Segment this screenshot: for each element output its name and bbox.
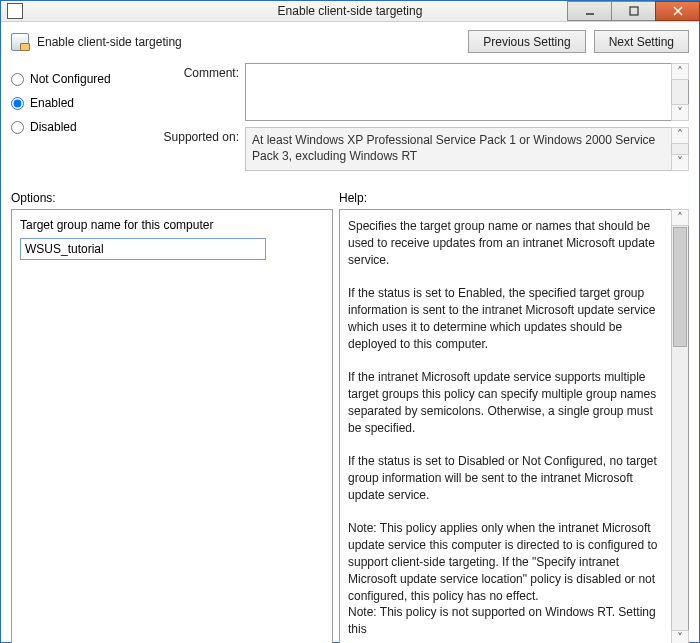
maximize-icon bbox=[629, 6, 639, 16]
radio-not-configured-input[interactable] bbox=[11, 73, 24, 86]
comment-textarea[interactable]: ˄ ˅ bbox=[245, 63, 689, 121]
options-pane: Target group name for this computer bbox=[11, 209, 333, 643]
minimize-icon bbox=[585, 6, 595, 16]
scroll-up-icon[interactable]: ˄ bbox=[671, 63, 689, 80]
next-setting-button[interactable]: Next Setting bbox=[594, 30, 689, 53]
target-group-input[interactable] bbox=[20, 238, 266, 260]
scrollbar-thumb[interactable] bbox=[673, 227, 687, 347]
maximize-button[interactable] bbox=[611, 1, 656, 21]
scroll-up-icon[interactable]: ˄ bbox=[671, 209, 689, 226]
state-radio-group: Not Configured Enabled Disabled bbox=[11, 63, 151, 171]
window-controls bbox=[567, 1, 699, 21]
previous-setting-button[interactable]: Previous Setting bbox=[468, 30, 585, 53]
radio-not-configured[interactable]: Not Configured bbox=[11, 67, 151, 91]
titlebar[interactable]: Enable client-side targeting bbox=[1, 1, 699, 22]
dialog-window: Enable client-side targeting Enable clie… bbox=[0, 0, 700, 643]
radio-disabled-input[interactable] bbox=[11, 121, 24, 134]
target-group-label: Target group name for this computer bbox=[20, 218, 324, 232]
supported-label: Supported on: bbox=[151, 127, 239, 144]
radio-label: Enabled bbox=[30, 96, 74, 110]
policy-title: Enable client-side targeting bbox=[37, 35, 182, 49]
help-scrollbar[interactable]: ˄ ˅ bbox=[671, 210, 688, 643]
radio-enabled-input[interactable] bbox=[11, 97, 24, 110]
scroll-down-icon[interactable]: ˅ bbox=[671, 154, 689, 171]
scroll-down-icon[interactable]: ˅ bbox=[671, 630, 689, 643]
radio-enabled[interactable]: Enabled bbox=[11, 91, 151, 115]
close-icon bbox=[673, 6, 683, 16]
svg-rect-1 bbox=[630, 7, 638, 15]
scroll-down-icon[interactable]: ˅ bbox=[671, 104, 689, 121]
comment-scrollbar[interactable]: ˄ ˅ bbox=[671, 64, 688, 120]
close-button[interactable] bbox=[655, 1, 700, 21]
comment-label: Comment: bbox=[151, 63, 239, 80]
policy-icon bbox=[11, 33, 29, 51]
scroll-up-icon[interactable]: ˄ bbox=[671, 127, 689, 144]
help-pane: Specifies the target group name or names… bbox=[339, 209, 689, 643]
supported-scrollbar[interactable]: ˄ ˅ bbox=[671, 128, 688, 170]
radio-disabled[interactable]: Disabled bbox=[11, 115, 151, 139]
help-text: Specifies the target group name or names… bbox=[348, 218, 666, 638]
app-icon bbox=[7, 3, 23, 19]
minimize-button[interactable] bbox=[567, 1, 612, 21]
supported-on-value: At least Windows XP Professional Service… bbox=[252, 133, 655, 163]
options-section-label: Options: bbox=[11, 191, 333, 205]
help-section-label: Help: bbox=[333, 191, 689, 205]
radio-label: Not Configured bbox=[30, 72, 111, 86]
supported-on-text: At least Windows XP Professional Service… bbox=[245, 127, 689, 171]
radio-label: Disabled bbox=[30, 120, 77, 134]
